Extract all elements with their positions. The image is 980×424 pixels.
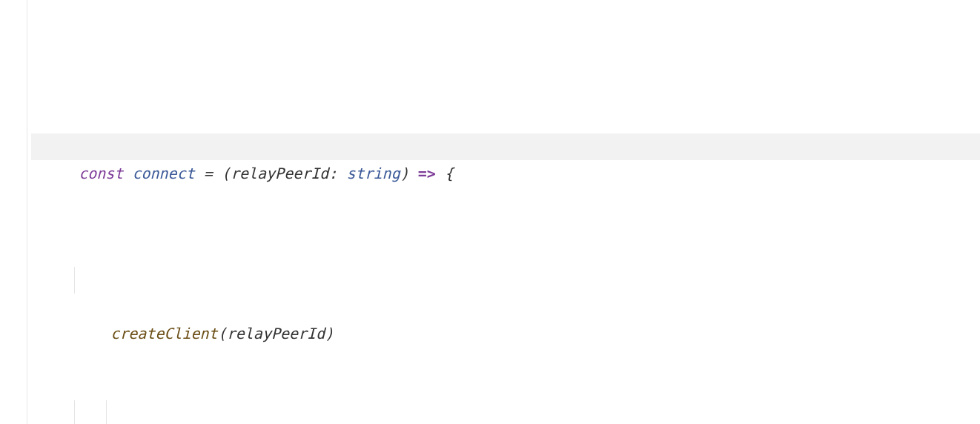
- call: createClient: [110, 325, 218, 342]
- arrow: =>: [418, 165, 436, 182]
- function-name: connect: [132, 165, 194, 182]
- gutter-border: [27, 0, 27, 424]
- punct: :: [328, 165, 346, 182]
- code-line[interactable]: createClient(relayPeerId): [31, 267, 980, 294]
- indent-guide: [74, 267, 75, 294]
- indent-guide: [74, 400, 75, 424]
- indent-guide: [106, 400, 107, 424]
- ident: relayPeerId: [227, 325, 325, 342]
- type: string: [346, 165, 400, 182]
- punct: (: [218, 325, 227, 342]
- code-editor[interactable]: const connect = (relayPeerId: string) =>…: [0, 0, 980, 424]
- param: relayPeerId: [231, 165, 328, 182]
- brace: {: [436, 165, 454, 182]
- keyword: const: [79, 165, 132, 182]
- code-line[interactable]: .then((client) => {: [31, 400, 980, 424]
- punct: ): [325, 325, 334, 342]
- code-line[interactable]: const connect = (relayPeerId: string) =>…: [31, 133, 980, 160]
- punct: ): [400, 165, 418, 182]
- punct: = (: [195, 165, 231, 182]
